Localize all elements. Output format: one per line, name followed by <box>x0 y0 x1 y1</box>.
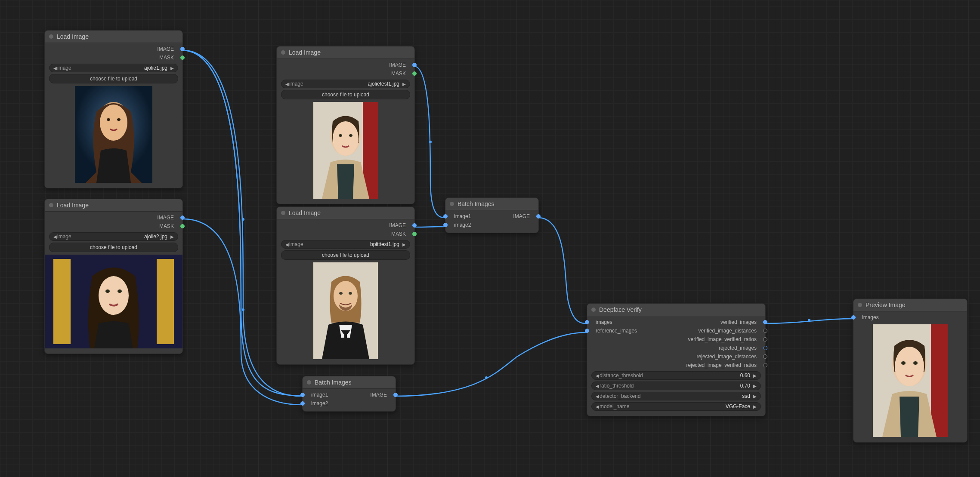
ratio-threshold-widget[interactable]: ◀ ratio_threshold 0.70 ▶ <box>591 382 761 390</box>
detector-backend-widget[interactable]: ◀ detector_backend ssd ▶ <box>591 392 761 400</box>
image-preview <box>45 255 182 348</box>
output-slot-mask[interactable] <box>180 224 185 228</box>
widget-value: ajolie2.jpg <box>74 234 167 240</box>
output-slot-rejected-distances[interactable] <box>763 354 767 359</box>
chevron-left-icon: ◀ <box>53 66 57 71</box>
upload-button[interactable]: choose file to upload <box>49 243 178 252</box>
widget-name: image <box>57 234 71 240</box>
node-preview-image[interactable]: Preview Image images <box>853 299 968 443</box>
node-batch-images-1[interactable]: Batch Images image1 IMAGE image2 <box>445 197 539 233</box>
output-slot-verified-distances[interactable] <box>763 329 767 333</box>
svg-rect-31 <box>931 324 948 437</box>
widget-value: ajolietest1.jpg <box>306 81 399 87</box>
chevron-left-icon: ◀ <box>53 234 57 239</box>
svg-point-0 <box>242 218 244 221</box>
input-label-images: images <box>858 314 963 320</box>
output-slot-verified-ratios[interactable] <box>763 337 767 342</box>
chevron-left-icon: ◀ <box>595 373 600 378</box>
node-deepface-verify[interactable]: Deepface Verify images verified_images r… <box>587 303 766 416</box>
input-slot-image2[interactable] <box>300 401 305 406</box>
input-slot-reference-images[interactable] <box>585 329 589 333</box>
output-label-image: IMAGE <box>513 213 534 219</box>
upload-button[interactable]: choose file to upload <box>281 250 410 260</box>
output-slot-image[interactable] <box>180 47 185 51</box>
collapse-icon[interactable] <box>281 50 285 55</box>
svg-rect-13 <box>157 259 174 344</box>
collapse-icon[interactable] <box>858 303 862 307</box>
node-load-image-3[interactable]: Load Image IMAGE MASK ◀ image ajolietest… <box>276 46 415 204</box>
svg-point-26 <box>334 281 358 311</box>
collapse-icon[interactable] <box>307 380 311 385</box>
output-slot-rejected-images[interactable] <box>763 346 767 350</box>
collapse-icon[interactable] <box>281 211 285 215</box>
svg-point-1 <box>242 308 244 311</box>
node-header[interactable]: Load Image <box>277 46 414 59</box>
svg-point-16 <box>105 289 110 293</box>
chevron-right-icon: ▶ <box>402 82 406 86</box>
svg-point-3 <box>485 376 488 379</box>
output-label-mask: MASK <box>49 223 178 229</box>
model-name-widget[interactable]: ◀ model_name VGG-Face ▶ <box>591 402 761 411</box>
output-label-image: IMAGE <box>370 392 391 398</box>
input-slot-images[interactable] <box>851 315 856 320</box>
collapse-icon[interactable] <box>49 34 53 39</box>
output-slot-image[interactable] <box>393 393 398 397</box>
node-batch-images-2[interactable]: Batch Images image1 IMAGE image2 <box>302 376 396 412</box>
distance-threshold-widget[interactable]: ◀ distance_threshold 0.60 ▶ <box>591 371 761 380</box>
node-header[interactable]: Batch Images <box>303 376 396 389</box>
node-title: Load Image <box>57 33 89 40</box>
collapse-icon[interactable] <box>591 308 596 312</box>
output-slot-mask[interactable] <box>412 232 417 236</box>
input-label-reference-images: reference_images <box>591 328 637 334</box>
image-file-combo[interactable]: ◀ image ajolietest1.jpg ▶ <box>281 80 410 88</box>
output-slot-mask[interactable] <box>180 55 185 60</box>
svg-point-35 <box>913 361 918 365</box>
output-slot-image[interactable] <box>180 215 185 220</box>
widget-name: model_name <box>600 403 629 409</box>
chevron-right-icon: ▶ <box>753 394 757 399</box>
chevron-left-icon: ◀ <box>595 394 600 399</box>
input-label-images: images <box>591 319 612 325</box>
input-label-image2: image2 <box>450 222 534 228</box>
widget-name: distance_threshold <box>600 372 643 379</box>
image-file-combo[interactable]: ◀ image ajolie1.jpg ▶ <box>49 64 178 72</box>
node-load-image-2[interactable]: Load Image IMAGE MASK ◀ image ajolie2.jp… <box>44 199 183 354</box>
svg-point-17 <box>117 289 122 293</box>
output-label-rejected-ratios: rejected_image_verified_ratios <box>591 362 761 368</box>
node-header[interactable]: Batch Images <box>445 198 538 210</box>
output-slot-image[interactable] <box>536 214 541 218</box>
chevron-right-icon: ▶ <box>753 384 757 388</box>
node-graph-canvas[interactable]: Load Image IMAGE MASK ◀ image ajolie1.jp… <box>0 0 980 477</box>
image-preview <box>277 262 414 359</box>
node-load-image-1[interactable]: Load Image IMAGE MASK ◀ image ajolie1.jp… <box>44 30 183 188</box>
collapse-icon[interactable] <box>450 202 454 206</box>
svg-point-9 <box>107 118 110 121</box>
output-slot-mask[interactable] <box>412 71 417 76</box>
widget-name: image <box>289 81 303 87</box>
collapse-icon[interactable] <box>49 203 53 207</box>
chevron-left-icon: ◀ <box>285 82 289 86</box>
image-file-combo[interactable]: ◀ image ajolie2.jpg ▶ <box>49 232 178 241</box>
chevron-left-icon: ◀ <box>595 384 600 388</box>
svg-point-28 <box>349 292 352 295</box>
node-title: Load Image <box>57 202 89 209</box>
output-slot-verified-images[interactable] <box>763 320 767 324</box>
node-load-image-4[interactable]: Load Image IMAGE MASK ◀ image bpitttest1… <box>276 206 415 365</box>
node-header[interactable]: Deepface Verify <box>587 304 765 316</box>
input-slot-image1[interactable] <box>443 214 448 218</box>
output-slot-image[interactable] <box>412 63 417 67</box>
node-header[interactable]: Load Image <box>45 31 182 43</box>
upload-button[interactable]: choose file to upload <box>49 74 178 83</box>
node-header[interactable]: Load Image <box>45 199 182 212</box>
output-slot-rejected-ratios[interactable] <box>763 363 767 367</box>
widget-value: ssd <box>643 393 750 399</box>
node-header[interactable]: Preview Image <box>853 299 967 311</box>
image-file-combo[interactable]: ◀ image bpitttest1.jpg ▶ <box>281 240 410 249</box>
input-slot-image1[interactable] <box>300 393 305 397</box>
node-header[interactable]: Load Image <box>277 207 414 219</box>
input-slot-image2[interactable] <box>443 223 448 227</box>
svg-point-4 <box>808 319 810 321</box>
input-slot-images[interactable] <box>585 320 589 324</box>
output-slot-image[interactable] <box>412 223 417 228</box>
upload-button[interactable]: choose file to upload <box>281 90 410 99</box>
